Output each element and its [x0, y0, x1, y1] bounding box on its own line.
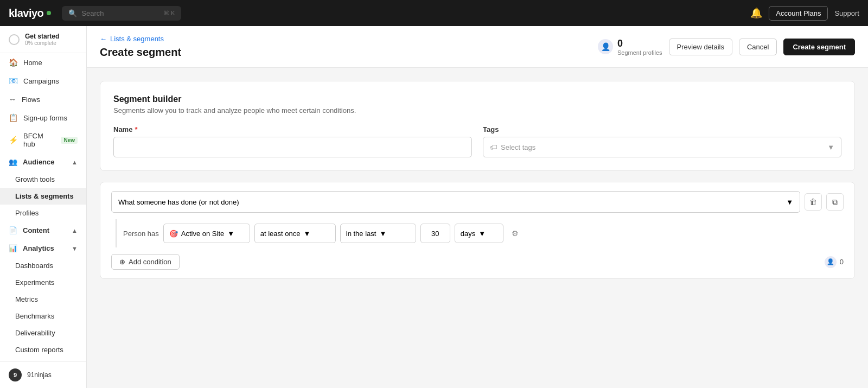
days-unit-select[interactable]: days ▼: [455, 224, 503, 243]
segment-builder-card: Segment builder Segments allow you to tr…: [100, 81, 855, 171]
sidebar-item-benchmarks[interactable]: Benchmarks: [0, 308, 86, 325]
support-button[interactable]: Support: [834, 9, 859, 17]
header-actions: 👤 0 Segment profiles Preview details Can…: [598, 38, 855, 56]
person-has-label: Person has: [123, 230, 159, 238]
sidebar-item-deliverability[interactable]: Deliverability: [0, 325, 86, 341]
add-condition-label: Add condition: [129, 258, 171, 266]
search-shortcut: ⌘ K: [163, 10, 175, 17]
chevron-up-icon: ▲: [72, 159, 78, 166]
lists-segments-label: Lists & segments: [15, 192, 74, 200]
sidebar-item-custom-reports[interactable]: Custom reports: [0, 341, 86, 358]
tags-select[interactable]: 🏷 Select tags ▼: [483, 137, 841, 157]
count-value: 0: [840, 258, 844, 266]
analytics-section-header[interactable]: 📊 Analytics ▼: [0, 239, 86, 257]
condition-type-select[interactable]: What someone has done (or not done) ▼: [111, 191, 800, 213]
condition-count: 👤 0: [825, 256, 844, 268]
flows-icon: ↔: [9, 95, 16, 104]
new-badge: New: [61, 137, 78, 144]
content-header: ← Lists & segments Create segment 👤 0 Se…: [87, 26, 868, 68]
audience-section-header[interactable]: 👥 Audience ▲: [0, 153, 86, 171]
delete-condition-button[interactable]: 🗑: [805, 193, 822, 211]
filter-button[interactable]: ⚙: [508, 226, 523, 241]
sidebar-item-profiles[interactable]: Profiles: [0, 205, 86, 221]
form-row: Name * Tags 🏷 Select tags ▼: [113, 125, 841, 157]
name-label: Name *: [113, 125, 472, 133]
segment-count: 0: [617, 38, 662, 49]
home-icon: 🏠: [9, 58, 18, 67]
sidebar-item-metrics[interactable]: Metrics: [0, 291, 86, 308]
content-icon: 📄: [9, 226, 17, 234]
sidebar: Get started 0% complete 🏠 Home 📧 Campaig…: [0, 26, 87, 388]
profiles-label: Profiles: [15, 209, 39, 217]
analytics-chevron-icon: ▼: [72, 245, 78, 252]
frequency-label: at least once: [260, 230, 301, 238]
breadcrumb-label: Lists & segments: [110, 35, 164, 43]
sidebar-item-label: BFCM hub: [23, 132, 53, 148]
trash-icon: 🗑: [809, 198, 817, 206]
name-form-group: Name *: [113, 125, 472, 157]
time-range-label: in the last: [346, 230, 376, 238]
account-plans-button[interactable]: Account Plans: [769, 6, 828, 21]
frequency-chevron-icon: ▼: [303, 230, 310, 238]
signup-forms-icon: 📋: [9, 113, 18, 122]
copy-condition-button[interactable]: ⧉: [826, 193, 844, 211]
campaigns-icon: 📧: [9, 77, 18, 85]
sidebar-item-bfcm-hub[interactable]: ⚡ BFCM hub New: [0, 127, 86, 153]
sidebar-item-campaigns[interactable]: 📧 Campaigns: [0, 72, 86, 90]
bfcm-icon: ⚡: [9, 136, 18, 144]
copy-icon: ⧉: [832, 198, 838, 207]
required-indicator: *: [135, 125, 137, 133]
search-input[interactable]: [81, 9, 152, 17]
sidebar-item-experiments[interactable]: Experiments: [0, 274, 86, 291]
active-on-site-chevron-icon: ▼: [227, 230, 234, 238]
notification-bell-icon[interactable]: 🔔: [750, 7, 762, 19]
condition-main-row: What someone has done (or not done) ▼ 🗑 …: [111, 191, 844, 213]
segment-profiles-label: Segment profiles: [617, 49, 662, 56]
segment-profiles: 👤 0 Segment profiles: [598, 38, 662, 56]
search-box[interactable]: 🔍 ⌘ K: [62, 6, 181, 21]
create-segment-button[interactable]: Create segment: [783, 39, 855, 55]
sidebar-item-label: Campaigns: [23, 77, 59, 85]
content-label: Content: [23, 226, 49, 234]
sidebar-item-growth-tools[interactable]: Growth tools: [0, 171, 86, 188]
get-started-subtitle: 0% complete: [25, 40, 59, 46]
sidebar-item-lists-segments[interactable]: Lists & segments: [0, 188, 86, 205]
frequency-select[interactable]: at least once ▼: [254, 224, 336, 243]
cancel-button[interactable]: Cancel: [739, 39, 777, 55]
header-left: ← Lists & segments Create segment: [100, 35, 181, 59]
sidebar-footer[interactable]: 9 91ninjas: [0, 361, 86, 388]
growth-tools-label: Growth tools: [15, 175, 55, 183]
logo-dot: [47, 11, 51, 15]
main-layout: Get started 0% complete 🏠 Home 📧 Campaig…: [0, 26, 868, 388]
profile-icon: 👤: [598, 39, 613, 54]
preview-details-button[interactable]: Preview details: [669, 39, 732, 55]
content-chevron-icon: ▲: [72, 227, 78, 234]
sidebar-item-signup-forms[interactable]: 📋 Sign-up forms: [0, 109, 86, 127]
content-section-header[interactable]: 📄 Content ▲: [0, 221, 86, 239]
tag-icon: 🏷: [490, 143, 497, 151]
tags-label: Tags: [483, 125, 841, 133]
analytics-icon: 📊: [9, 244, 17, 252]
add-condition-row: ⊕ Add condition 👤 0: [111, 247, 844, 270]
chevron-down-icon: ▼: [827, 143, 834, 151]
audience-label: Audience: [23, 158, 55, 166]
username-label: 91ninjas: [27, 371, 52, 379]
sidebar-item-home[interactable]: 🏠 Home: [0, 53, 86, 72]
condition-type-label: What someone has done (or not done): [118, 198, 239, 206]
condition-chevron-down-icon: ▼: [786, 198, 793, 206]
active-on-site-select[interactable]: 🎯 Active on Site ▼: [163, 224, 250, 243]
name-input[interactable]: [113, 137, 472, 157]
top-navigation: klaviyo 🔍 ⌘ K 🔔 Account Plans Support: [0, 0, 868, 26]
add-condition-button[interactable]: ⊕ Add condition: [111, 254, 180, 270]
filter-icon: ⚙: [512, 229, 519, 238]
sidebar-item-dashboards[interactable]: Dashboards: [0, 257, 86, 274]
plus-circle-icon: ⊕: [119, 258, 125, 266]
get-started-section[interactable]: Get started 0% complete: [0, 26, 86, 53]
sidebar-item-flows[interactable]: ↔ Flows: [0, 90, 86, 109]
breadcrumb[interactable]: ← Lists & segments: [100, 35, 181, 43]
search-icon: 🔍: [68, 9, 77, 17]
days-unit-chevron-icon: ▼: [478, 230, 486, 238]
klaviyo-wordmark: klaviyo: [9, 7, 43, 20]
days-value-input[interactable]: [420, 224, 450, 243]
time-range-select[interactable]: in the last ▼: [340, 224, 416, 243]
